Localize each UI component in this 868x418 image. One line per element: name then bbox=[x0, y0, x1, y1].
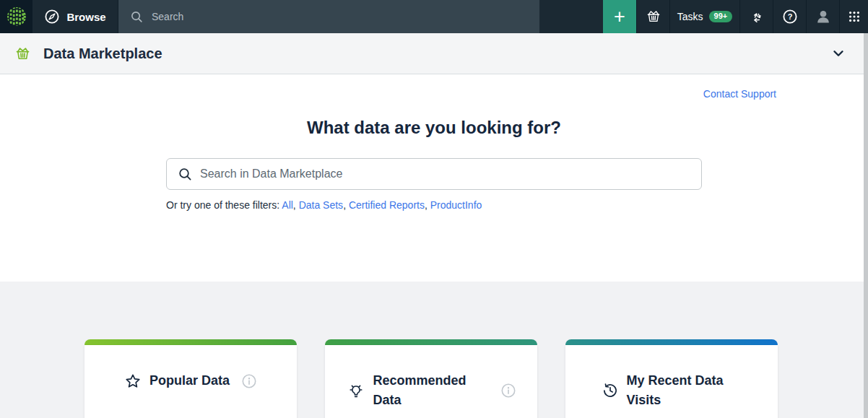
global-search-bar[interactable] bbox=[118, 0, 539, 33]
lightbulb-icon bbox=[347, 381, 365, 400]
history-icon bbox=[602, 382, 619, 399]
cycle-arrows-icon bbox=[749, 9, 765, 25]
vertical-scrollbar[interactable] bbox=[864, 33, 868, 418]
top-navigation-bar: Browse + bbox=[0, 0, 868, 33]
page-title: Data Marketplace bbox=[43, 45, 162, 62]
filter-link-certified-reports[interactable]: Certified Reports bbox=[349, 199, 425, 211]
page-heading: What data are you looking for? bbox=[0, 74, 868, 138]
popular-data-card: Popular Data bbox=[84, 339, 297, 418]
workflows-button[interactable] bbox=[739, 0, 773, 33]
filters-intro-label: Or try one of these filters: bbox=[166, 199, 279, 211]
tasks-label: Tasks bbox=[677, 11, 703, 22]
scrollbar-thumb[interactable] bbox=[864, 33, 868, 418]
compass-icon bbox=[44, 9, 60, 25]
info-icon[interactable] bbox=[241, 373, 257, 389]
cards-section: Popular Data bbox=[0, 282, 868, 418]
search-icon bbox=[130, 10, 143, 23]
filter-suggestions: Or try one of these filters: All, Data S… bbox=[166, 199, 702, 211]
filter-link-data-sets[interactable]: Data Sets bbox=[299, 199, 343, 211]
filter-link-productinfo[interactable]: ProductInfo bbox=[430, 199, 482, 211]
card-accent-bar bbox=[325, 339, 537, 345]
brand-logo-icon bbox=[6, 6, 27, 27]
marketplace-search-box[interactable] bbox=[166, 158, 702, 190]
collapse-header-button[interactable] bbox=[830, 45, 846, 61]
card-title: Popular Data bbox=[149, 371, 230, 391]
app-logo[interactable] bbox=[0, 0, 32, 33]
tasks-count-badge: 99+ bbox=[709, 11, 733, 22]
card-accent-bar bbox=[565, 339, 778, 345]
topbar-spacer bbox=[539, 0, 603, 33]
svg-text:?: ? bbox=[787, 12, 792, 21]
apps-menu-button[interactable] bbox=[839, 0, 868, 33]
shopping-basket-button[interactable] bbox=[636, 0, 669, 33]
browse-menu-button[interactable]: Browse bbox=[32, 0, 118, 33]
page-header-bar: Data Marketplace bbox=[0, 33, 868, 74]
filter-link-all[interactable]: All bbox=[282, 199, 293, 211]
apps-grid-icon bbox=[847, 9, 862, 24]
browse-label: Browse bbox=[66, 11, 105, 23]
marketplace-search-input[interactable] bbox=[200, 167, 690, 180]
info-icon[interactable] bbox=[500, 383, 516, 399]
marketplace-basket-icon bbox=[14, 45, 31, 62]
card-title: My Recent Data Visits bbox=[627, 371, 742, 410]
search-icon bbox=[178, 167, 192, 181]
help-button[interactable]: ? bbox=[773, 0, 806, 33]
tasks-button[interactable]: Tasks 99+ bbox=[669, 0, 739, 33]
global-search-input[interactable] bbox=[152, 11, 528, 22]
user-avatar-icon bbox=[815, 8, 832, 25]
recommended-data-card: Recommended Data bbox=[325, 339, 537, 418]
help-icon: ? bbox=[782, 9, 798, 25]
app-window: Browse + bbox=[0, 0, 868, 418]
basket-icon bbox=[646, 9, 661, 25]
card-title: Recommended Data bbox=[373, 371, 489, 410]
contact-support-link[interactable]: Contact Support bbox=[703, 88, 776, 100]
chevron-down-icon bbox=[830, 45, 846, 61]
plus-icon: + bbox=[614, 6, 625, 28]
star-icon bbox=[124, 373, 142, 390]
create-button[interactable]: + bbox=[603, 0, 636, 33]
user-menu-button[interactable] bbox=[806, 0, 839, 33]
recent-visits-card: My Recent Data Visits bbox=[565, 339, 778, 418]
main-content: Contact Support What data are you lookin… bbox=[0, 74, 868, 282]
card-accent-bar bbox=[84, 339, 297, 345]
